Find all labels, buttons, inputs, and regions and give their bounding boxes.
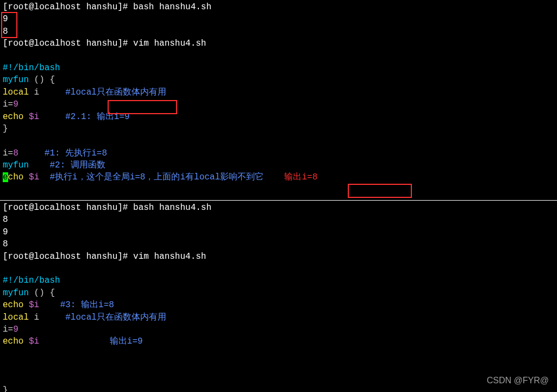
output-line: 9 — [3, 226, 554, 238]
output-line: 8 — [3, 238, 554, 250]
code-line: myfun #2: 调用函数 — [3, 159, 554, 171]
shebang: #!/bin/bash — [3, 62, 554, 74]
watermark: CSDN @FYR@ — [487, 375, 549, 387]
code-line: } — [3, 384, 554, 392]
command: vim hanshu4.sh — [133, 39, 206, 48]
prompt: [root@localhost hanshu]# — [3, 2, 133, 12]
terminal-bottom[interactable]: [root@localhost hanshu]# bash hanshu4.sh… — [0, 201, 557, 392]
prompt: [root@localhost hanshu]# — [3, 203, 133, 213]
command: bash hanshu4.sh — [133, 2, 211, 12]
command: bash hanshu4.sh — [133, 203, 211, 213]
code-line: echo $i #执行i，这个是全局i=8，上面的i有local影响不到它 输出… — [3, 171, 554, 183]
prompt: [root@localhost hanshu]# — [3, 252, 133, 262]
cursor-position: e — [3, 172, 8, 182]
code-line: myfun () { — [3, 287, 554, 299]
code-line: echo $i #2.1: 输出i=9 — [3, 111, 554, 123]
prompt-line: [root@localhost hanshu]# bash hanshu4.sh — [3, 202, 554, 214]
code-line: echo $i 输出i=9 — [3, 335, 554, 384]
annotation-label: 输出i=9 — [110, 337, 143, 346]
terminal-top[interactable]: [root@localhost hanshu]# bash hanshu4.sh… — [0, 0, 557, 185]
code-line: echo $i #3: 输出i=8 — [3, 299, 554, 311]
annotation-label: 输出i=8 — [264, 172, 317, 182]
code-line: i=9 — [3, 323, 554, 335]
code-line: local i #local只在函数体内有用 — [3, 86, 554, 98]
shebang: #!/bin/bash — [3, 275, 554, 287]
prompt-line: [root@localhost hanshu]# vim hanshu4.sh — [3, 38, 554, 49]
code-line: } — [3, 123, 554, 135]
output-line: 8 — [3, 26, 554, 38]
code-line: myfun () { — [3, 74, 554, 86]
annotation-box — [348, 184, 412, 198]
command: vim hanshu4.sh — [133, 252, 206, 262]
code-line: i=8 #1: 先执行i=8 — [3, 147, 554, 159]
output-line: 8 — [3, 214, 554, 226]
prompt: [root@localhost hanshu]# — [3, 39, 133, 48]
code-line: local i #local只在函数体内有用 — [3, 312, 554, 323]
prompt-line: [root@localhost hanshu]# bash hanshu4.sh — [3, 1, 554, 13]
code-line: i=9 — [3, 98, 554, 110]
prompt-line: [root@localhost hanshu]# vim hanshu4.sh — [3, 251, 554, 263]
output-line: 9 — [3, 13, 554, 25]
